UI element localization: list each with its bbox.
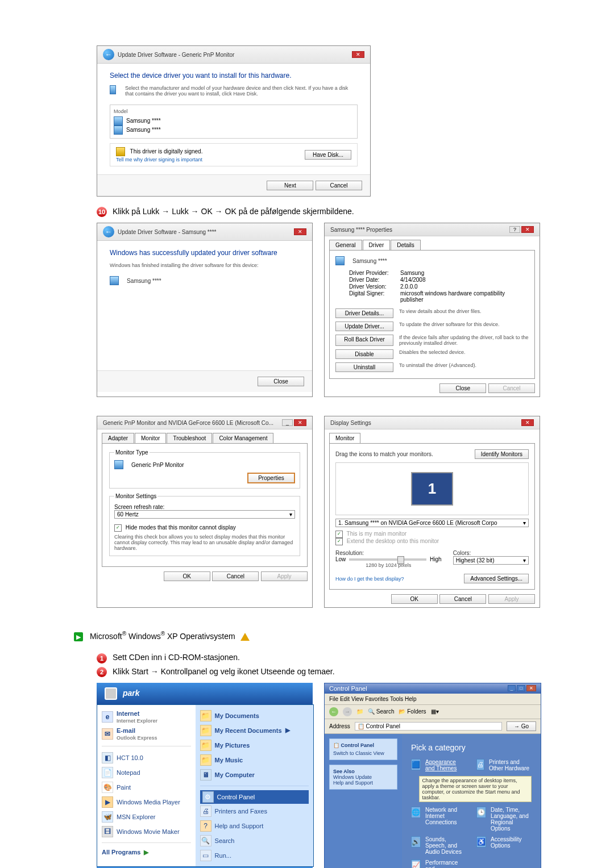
close-icon[interactable]: ✕ [521,419,534,426]
monitor-preview[interactable]: 1 [411,472,453,506]
close-button[interactable]: Close [439,383,486,393]
start-item-printers[interactable]: 🖨Printers and Faxes [200,804,309,819]
properties-button[interactable]: Properties [247,473,295,483]
dialog-title: Update Driver Software - Samsung **** [118,229,216,235]
cancel-button[interactable]: Cancel [439,594,486,604]
start-item-paint[interactable]: 🎨Paint [102,780,191,795]
search-button[interactable]: 🔍 Search [368,708,394,715]
monitor-icon [114,116,123,126]
device-name: Samsung **** [352,258,387,264]
ok-button[interactable]: OK [391,594,438,604]
folders-button[interactable]: 📂 Folders [399,708,426,715]
tab-monitor[interactable]: Monitor [135,433,166,443]
advanced-settings-button[interactable]: Advanced Settings... [464,574,529,583]
minimize-icon[interactable]: _ [282,419,293,426]
uninstall-button[interactable]: Uninstall [335,362,393,372]
accessibility-icon: ♿ [476,836,486,848]
apply-button: Apply [488,594,535,604]
category-date-time[interactable]: 🕒Date, Time, Language, and Regional Opti… [476,807,532,832]
switch-view-link[interactable]: Switch to Classic View [333,750,393,756]
tab-general[interactable]: General [329,240,362,250]
monitor-type-legend: Monitor Type [114,449,150,456]
arrow-right-icon: ▶ [285,727,290,734]
model-row[interactable]: Samsung **** [114,116,354,126]
nav-up-icon[interactable]: 📁 [356,708,363,715]
start-item-internet[interactable]: eInternetInternet Explorer [102,708,191,725]
start-item-search[interactable]: 🔍Search [200,833,309,848]
tab-driver[interactable]: Driver [363,240,391,250]
refresh-select[interactable]: 60 Hertz ▾ [114,510,295,519]
start-item-my-music[interactable]: 📁My Music [200,753,309,767]
start-item-all-programs[interactable]: All Programs ▶ [102,847,191,858]
see-also-link[interactable]: Windows Update [333,774,393,780]
colors-select[interactable]: Highest (32 bit) ▾ [453,556,529,565]
close-icon[interactable]: ✕ [526,685,536,691]
go-button[interactable]: → Go [507,721,536,731]
step-number-1: 1 [97,653,107,663]
start-item-help[interactable]: ?Help and Support [200,819,309,833]
cancel-button[interactable]: Cancel [316,181,362,190]
start-item-my-computer[interactable]: 🖥My Computer [200,767,309,782]
display-device-select[interactable]: 1. Samsung **** on NVIDIA GeForce 6600 L… [335,519,529,527]
have-disk-button[interactable]: Have Disk... [305,150,351,160]
close-icon[interactable]: ✕ [352,51,364,58]
start-item-my-documents[interactable]: 📁My Documents [200,708,309,723]
monitor-icon [114,460,123,469]
tab-troubleshoot[interactable]: Troubleshoot [167,433,212,443]
rollback-button[interactable]: Roll Back Driver [335,335,393,346]
close-icon[interactable]: ✕ [521,226,534,233]
address-bar[interactable]: 📋 Control Panel [355,722,502,731]
maximize-icon[interactable]: □ [517,685,525,691]
ok-button[interactable]: OK [164,571,210,581]
dialog-title: Samsung **** Properties [330,227,392,233]
model-row[interactable]: Samsung **** [114,126,354,135]
close-icon[interactable]: ✕ [294,419,306,426]
tab-details[interactable]: Details [391,240,421,250]
dialog-title: Update Driver Software - Generic PnP Mon… [118,52,234,58]
start-item-email[interactable]: ✉E-mailOutlook Express [102,725,191,742]
start-item-notepad[interactable]: 📄Notepad [102,765,191,780]
start-item-control-panel[interactable]: ⚙Control Panel [200,790,309,804]
tab-monitor[interactable]: Monitor [329,433,360,443]
section-arrow-icon: ▶ [74,632,83,641]
tab-adapter[interactable]: Adapter [102,433,134,443]
step-number-2: 2 [97,667,107,677]
category-accessibility[interactable]: ♿Accessibility Options [476,836,532,855]
start-item-wmm[interactable]: 🎞Windows Movie Maker [102,824,191,839]
identify-monitors-button[interactable]: Identify Monitors [475,449,529,459]
disable-button[interactable]: Disable [335,349,393,359]
category-printers[interactable]: 🖨Printers and Other Hardware [476,759,532,771]
hide-modes-checkbox[interactable]: ✓ [114,524,122,532]
menu-bar[interactable]: File Edit View Favorites Tools Help [325,694,541,705]
next-button[interactable]: Next [267,181,313,190]
resolution-slider[interactable]: Low High [335,556,442,562]
best-display-link[interactable]: How do I get the best display? [335,576,404,582]
category-performance[interactable]: 📈Performance and Maintenance [411,859,466,868]
network-icon: 🌐 [411,807,421,818]
window-title: Control Panel [329,685,367,692]
signing-link[interactable]: Tell me why driver signing is important [116,157,202,162]
close-button[interactable]: Close [258,377,304,386]
driver-details-button[interactable]: Driver Details... [335,308,393,318]
back-icon[interactable]: ← [329,707,338,716]
update-driver-button[interactable]: Update Driver... [335,322,393,331]
back-icon[interactable]: ← [103,49,114,60]
category-network[interactable]: 🌐Network and Internet Connections [411,807,466,832]
printers-icon: 🖨 [476,759,484,770]
see-also-link[interactable]: Help and Support [333,780,393,786]
category-sounds[interactable]: 🔊Sounds, Speech, and Audio Devices [411,836,466,855]
start-item-recent-documents[interactable]: 📁My Recent Documents ▶ [200,723,309,738]
close-icon[interactable]: ✕ [294,228,306,235]
back-icon[interactable]: ← [103,226,114,237]
start-item-wmp[interactable]: ▶Windows Media Player [102,795,191,809]
category-appearance[interactable]: 🟦Appearance and Themes [411,759,466,771]
start-item-run[interactable]: ▭Run... [200,848,309,863]
cancel-button[interactable]: Cancel [212,571,259,581]
tab-color-management[interactable]: Color Management [213,433,273,443]
help-icon[interactable]: ? [509,226,520,233]
minimize-icon[interactable]: _ [508,685,516,691]
start-item-hct[interactable]: ◧HCT 10.0 [102,750,191,765]
start-item-msn[interactable]: 🦋MSN Explorer [102,809,191,824]
start-item-my-pictures[interactable]: 📁My Pictures [200,738,309,753]
views-icon[interactable]: ▦▾ [431,708,439,715]
